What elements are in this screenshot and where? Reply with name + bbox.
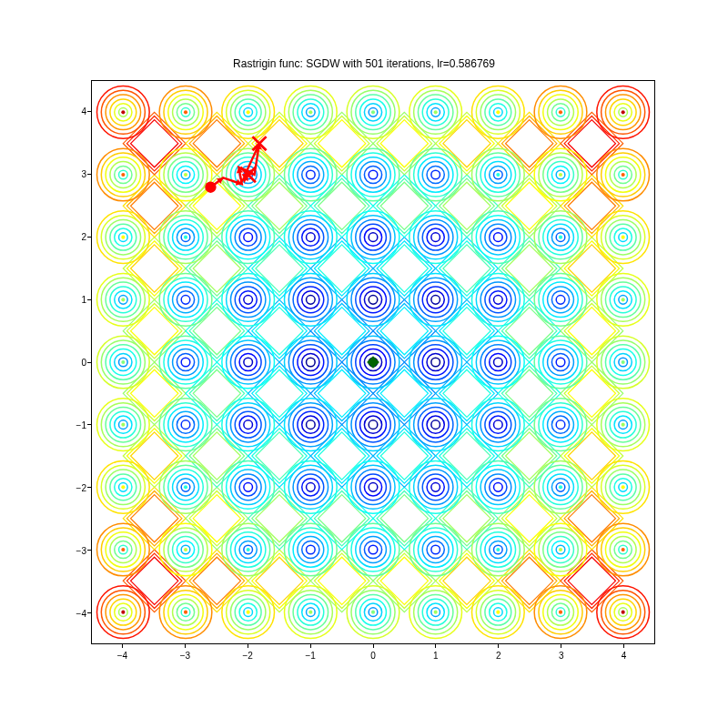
chart-plot-area [91,80,655,644]
svg-point-279 [168,407,203,441]
svg-point-679 [622,485,625,489]
svg-point-380 [307,545,316,554]
svg-point-570 [480,345,515,379]
svg-point-280 [164,403,207,447]
svg-point-516 [431,296,440,305]
svg-point-354 [239,228,257,246]
svg-point-499 [427,479,444,496]
svg-point-476 [351,153,395,197]
svg-point-329 [244,483,253,492]
svg-point-559 [476,465,520,509]
svg-point-629 [543,345,578,379]
svg-marker-143 [443,120,490,167]
svg-point-497 [410,523,462,576]
svg-point-428 [308,110,312,114]
svg-point-568 [490,353,507,370]
svg-marker-116 [380,182,428,229]
ytick-label: −3 [64,545,86,555]
svg-marker-191 [568,120,615,167]
svg-marker-119 [380,120,428,167]
svg-point-492 [431,545,440,554]
svg-point-632 [556,296,565,305]
svg-point-358 [222,211,275,264]
xtick-label: −3 [171,651,198,661]
svg-marker-173 [568,495,615,542]
svg-marker-26 [193,557,240,604]
svg-marker-146 [506,557,553,604]
svg-marker-149 [506,495,553,542]
svg-point-447 [347,460,399,513]
svg-marker-8 [131,432,178,480]
svg-point-520 [414,278,458,321]
svg-point-268 [184,548,187,551]
svg-point-402 [288,340,332,384]
svg-marker-98 [380,557,428,604]
svg-marker-152 [506,432,553,480]
svg-marker-50 [256,557,303,604]
svg-point-526 [414,216,458,259]
svg-point-291 [168,282,203,317]
svg-point-509 [410,399,462,451]
svg-point-612 [559,548,562,551]
svg-marker-47 [193,120,240,167]
svg-point-233 [121,298,125,301]
svg-point-403 [284,336,337,389]
svg-point-353 [244,233,253,242]
svg-point-582 [480,219,515,254]
svg-marker-188 [568,182,615,229]
svg-point-477 [347,148,399,201]
svg-point-390 [288,465,332,509]
svg-marker-155 [506,369,553,417]
svg-marker-71 [256,120,303,167]
svg-point-453 [347,399,399,451]
svg-point-605 [559,611,562,614]
svg-marker-65 [256,245,303,292]
svg-point-496 [414,528,458,571]
xtick-label: 3 [548,651,575,661]
svg-point-517 [427,291,444,308]
svg-point-620 [556,420,565,430]
svg-point-407 [293,282,328,317]
svg-point-554 [496,548,500,551]
svg-point-420 [288,153,332,197]
svg-point-452 [351,403,395,447]
svg-point-463 [356,282,390,317]
svg-point-469 [356,219,390,254]
svg-point-498 [431,483,440,492]
svg-point-212 [121,485,125,489]
svg-point-491 [434,611,438,614]
svg-point-281 [159,399,212,451]
svg-point-472 [369,170,378,179]
xtick-label: −2 [234,651,261,661]
svg-marker-101 [380,495,428,542]
svg-point-293 [159,273,212,326]
svg-point-288 [181,296,190,305]
svg-point-397 [284,399,337,451]
svg-point-419 [293,157,328,192]
svg-point-383 [293,532,328,567]
svg-point-580 [490,228,507,246]
svg-marker-182 [568,308,615,355]
svg-point-445 [356,470,390,504]
svg-point-448 [369,420,378,430]
ytick-label: 4 [64,106,86,116]
svg-marker-62 [256,308,303,355]
svg-point-505 [427,416,444,433]
contour-svg [92,81,654,643]
svg-point-328 [247,548,250,551]
svg-point-576 [480,282,515,317]
svg-point-401 [293,345,328,379]
svg-marker-74 [318,557,366,604]
svg-point-357 [227,216,270,259]
svg-point-446 [351,465,395,509]
xtick-label: 1 [422,651,450,661]
svg-point-254 [121,110,125,114]
svg-point-598 [496,110,500,114]
svg-point-344 [230,345,265,379]
xtick-label: −1 [297,651,324,661]
svg-point-501 [418,470,452,504]
svg-point-503 [410,460,462,513]
svg-point-564 [480,407,515,441]
svg-point-282 [181,358,190,367]
svg-point-460 [369,296,378,305]
